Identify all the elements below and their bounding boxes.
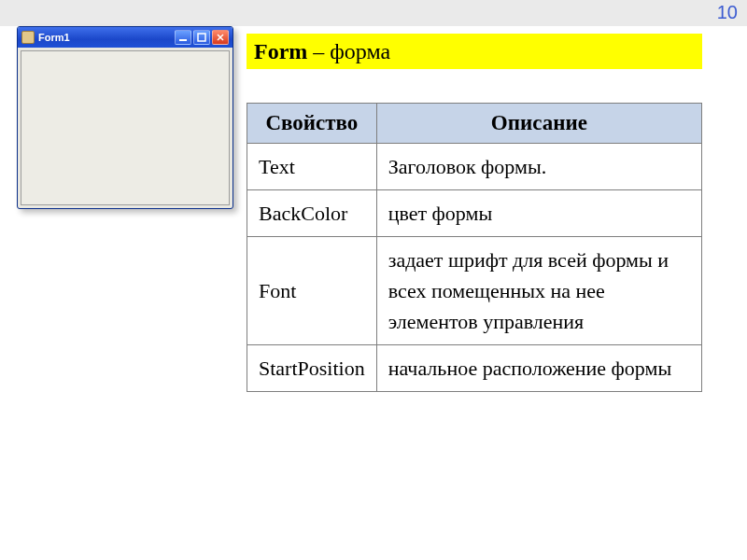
maximize-icon <box>197 33 206 42</box>
minimize-icon <box>178 33 188 42</box>
slide-topbar <box>0 0 747 26</box>
svg-rect-0 <box>179 39 187 41</box>
form1-title-text: Form1 <box>38 32 70 43</box>
cell-description: задает шрифт для всей формы и всех помещ… <box>376 237 701 345</box>
title-rest: – форма <box>313 39 390 64</box>
col-property: Свойство <box>247 104 377 144</box>
properties-table: Свойство Описание Text Заголовок формы. … <box>247 103 702 392</box>
table-row: Font задает шрифт для всей формы и всех … <box>247 237 702 345</box>
page-number: 10 <box>717 2 738 23</box>
cell-property: StartPosition <box>247 345 377 392</box>
table-row: Text Заголовок формы. <box>247 144 702 190</box>
close-icon <box>216 33 225 42</box>
section-title: Form – форма <box>247 34 702 69</box>
cell-description: Заголовок формы. <box>376 144 701 190</box>
table-row: StartPosition начальное расположение фор… <box>247 345 702 392</box>
table-header-row: Свойство Описание <box>247 104 702 144</box>
form1-window: Form1 <box>17 26 233 209</box>
form1-titlebar[interactable]: Form1 <box>18 27 233 48</box>
table-row: BackColor цвет формы <box>247 190 702 237</box>
title-keyword: Form <box>254 39 307 64</box>
app-icon <box>21 31 35 44</box>
maximize-button[interactable] <box>193 30 210 45</box>
cell-property: Text <box>247 144 377 190</box>
form1-client-area <box>21 50 230 205</box>
cell-description: цвет формы <box>376 190 701 237</box>
cell-description: начальное расположение формы <box>376 345 701 392</box>
minimize-button[interactable] <box>175 30 191 45</box>
cell-property: Font <box>247 237 377 345</box>
close-button[interactable] <box>212 30 229 45</box>
cell-property: BackColor <box>247 190 377 237</box>
col-description: Описание <box>376 104 701 144</box>
svg-rect-1 <box>198 34 205 41</box>
